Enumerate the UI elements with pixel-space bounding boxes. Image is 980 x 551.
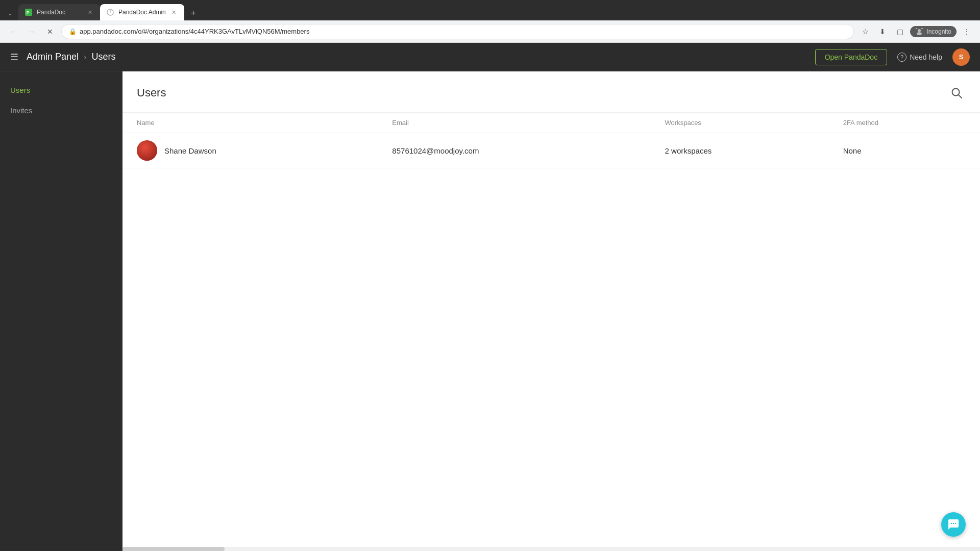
forward-button[interactable]: → (24, 24, 39, 39)
sidebar-item-invites[interactable]: Invites (0, 100, 122, 120)
col-name: Name (122, 113, 378, 133)
content-area: Users Name Email Workspaces 2FA method (122, 71, 980, 551)
sidebar-toggle-button[interactable]: ☰ (10, 52, 18, 63)
chat-support-button[interactable] (941, 512, 966, 537)
sidebar-item-users[interactable]: Users (0, 80, 122, 100)
user-cell: Shane Dawson (137, 140, 363, 161)
incognito-label: Incognito (926, 28, 951, 35)
pandadoc-favicon: P (24, 8, 33, 16)
col-workspaces: Workspaces (651, 113, 829, 133)
tab-nav-arrow[interactable]: ⌄ (4, 6, 16, 20)
col-email: Email (378, 113, 650, 133)
open-pandadoc-button[interactable]: Open PandaDoc (815, 49, 888, 65)
back-button[interactable]: ← (6, 24, 20, 39)
content-header: Users (122, 71, 980, 112)
tab2-close-button[interactable]: ✕ (170, 8, 178, 16)
address-bar[interactable]: 🔒 app.pandadoc.com/o/#/organizations/4c4… (61, 24, 854, 39)
lock-icon: 🔒 (69, 28, 77, 35)
search-button[interactable] (947, 84, 966, 102)
user-workspaces-cell: 2 workspaces (651, 133, 829, 168)
search-icon (951, 87, 962, 98)
tab1-title: PandaDoc (37, 9, 82, 16)
breadcrumb-current: Users (91, 52, 115, 62)
need-help-label: Need help (910, 53, 942, 61)
incognito-icon (915, 28, 923, 36)
tab-pandadoc[interactable]: P PandaDoc ✕ (18, 4, 100, 20)
avatar (137, 140, 157, 161)
app-title: Admin Panel (27, 52, 79, 62)
svg-point-3 (918, 29, 921, 32)
reload-button[interactable]: ✕ (43, 24, 57, 39)
breadcrumb-separator: › (84, 53, 86, 62)
split-screen-button[interactable]: ▢ (893, 24, 907, 39)
scrollbar-area[interactable] (122, 547, 980, 551)
help-icon: ? (897, 53, 906, 62)
user-name: Shane Dawson (164, 146, 216, 155)
svg-point-9 (951, 523, 952, 524)
more-options-button[interactable]: ⋮ (960, 24, 974, 39)
scrollbar-thumb[interactable] (122, 547, 225, 551)
pandadoc-admin-favicon (106, 8, 114, 16)
user-email-cell: 85761024@moodjoy.com (378, 133, 650, 168)
chat-icon (947, 518, 960, 531)
tab-pandadoc-admin[interactable]: PandaDoc Admin ✕ (100, 4, 184, 20)
user-name-cell: Shane Dawson (122, 133, 378, 168)
col-twofa: 2FA method (829, 113, 980, 133)
download-button[interactable]: ⬇ (875, 24, 890, 39)
url-text: app.pandadoc.com/o/#/organizations/4c44Y… (80, 28, 309, 35)
table-row[interactable]: Shane Dawson 85761024@moodjoy.com 2 work… (122, 133, 980, 168)
profile-avatar[interactable]: S (952, 48, 970, 66)
svg-point-10 (953, 523, 954, 524)
svg-line-8 (959, 95, 962, 98)
incognito-badge[interactable]: Incognito (910, 26, 957, 37)
need-help-button[interactable]: ? Need help (897, 53, 942, 62)
tab2-title: PandaDoc Admin (118, 9, 166, 16)
sidebar: Users Invites (0, 71, 122, 551)
svg-point-4 (917, 32, 922, 35)
new-tab-button[interactable]: + (186, 6, 201, 20)
users-table: Name Email Workspaces 2FA method (122, 112, 980, 168)
sidebar-users-label: Users (10, 86, 30, 94)
svg-point-11 (955, 523, 956, 524)
user-twofa-cell: None (829, 133, 980, 168)
svg-text:P: P (27, 10, 30, 15)
svg-rect-5 (916, 28, 917, 29)
avatar-image (137, 140, 157, 161)
sidebar-invites-label: Invites (10, 106, 32, 115)
bookmark-star-button[interactable]: ☆ (858, 24, 872, 39)
table-header: Name Email Workspaces 2FA method (122, 113, 980, 133)
page-title: Users (137, 86, 166, 99)
svg-rect-6 (921, 28, 923, 29)
tab1-close-button[interactable]: ✕ (86, 8, 94, 16)
